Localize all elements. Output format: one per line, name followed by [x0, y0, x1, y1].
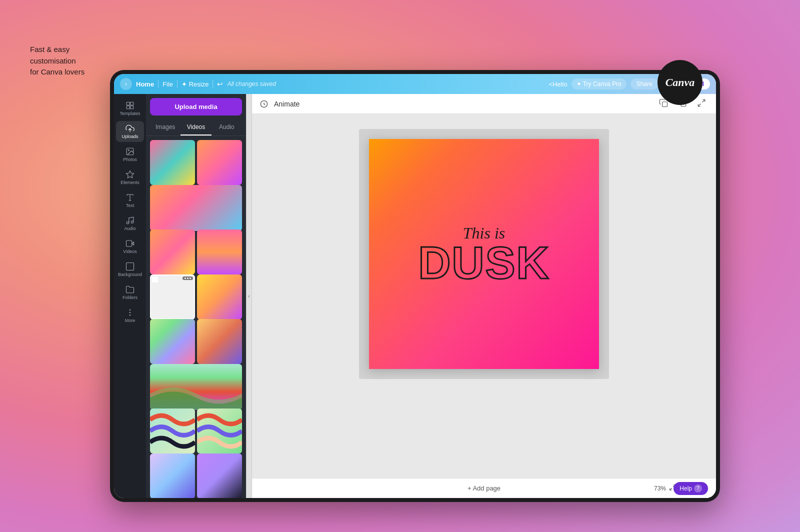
- sidebar-item-videos[interactable]: Videos: [116, 236, 144, 257]
- sidebar-label-photos: Photos: [123, 157, 137, 162]
- media-tabs: Images Videos Audio: [146, 120, 246, 136]
- media-item-selected[interactable]: [150, 274, 195, 320]
- sidebar-item-uploads[interactable]: Uploads: [116, 121, 144, 142]
- sidebar-label-background: Background: [118, 272, 142, 277]
- svg-rect-3: [130, 106, 134, 109]
- nav-file-link[interactable]: File: [162, 80, 173, 88]
- svg-point-14: [130, 312, 130, 313]
- collapse-arrow-icon: ‹: [248, 294, 250, 299]
- nav-hello-label[interactable]: <Hello: [548, 80, 567, 88]
- canvas-toolbar: Animate: [252, 94, 716, 114]
- help-button[interactable]: Help ?: [674, 482, 708, 495]
- sidebar-item-audio[interactable]: Audio: [116, 213, 144, 234]
- canvas-scroll-area[interactable]: This is DUSK: [252, 114, 716, 478]
- svg-rect-2: [126, 106, 130, 109]
- svg-line-21: [702, 100, 705, 102]
- animate-icon: [260, 100, 268, 108]
- sidebar-item-folders[interactable]: Folders: [116, 282, 144, 303]
- svg-rect-13: [126, 263, 134, 270]
- media-item[interactable]: [150, 185, 242, 231]
- canvas-container: This is DUSK: [359, 129, 609, 379]
- left-sidebar: Templates Uploads Photos Elements: [114, 94, 146, 498]
- sidebar-label-text: Text: [126, 203, 134, 208]
- nav-divider-2: [177, 80, 178, 88]
- nav-divider: [158, 80, 158, 88]
- media-grid: [146, 138, 246, 498]
- tablet-screen: ‹ Home File ✦ Resize ↩ All changes saved…: [114, 74, 716, 498]
- sidebar-item-background[interactable]: Background: [116, 259, 144, 280]
- sidebar-item-more[interactable]: More: [116, 305, 144, 326]
- main-content: Templates Uploads Photos Elements: [114, 94, 716, 498]
- svg-point-6: [128, 150, 129, 150]
- svg-rect-1: [130, 102, 134, 105]
- tab-audio[interactable]: Audio: [212, 120, 242, 136]
- svg-point-10: [131, 221, 134, 224]
- sidebar-item-text[interactable]: Text: [116, 190, 144, 211]
- tab-images[interactable]: Images: [150, 120, 180, 136]
- nav-back-button[interactable]: ‹: [120, 78, 132, 90]
- tablet-frame: ‹ Home File ✦ Resize ↩ All changes saved…: [110, 70, 720, 502]
- sidebar-label-more: More: [125, 318, 136, 323]
- svg-point-16: [130, 315, 130, 316]
- media-item[interactable]: [150, 364, 242, 410]
- zoom-value-label: 73%: [654, 485, 666, 492]
- media-item[interactable]: [150, 319, 195, 364]
- expand-icon: [697, 98, 706, 108]
- media-item[interactable]: [197, 319, 242, 364]
- media-item[interactable]: [150, 140, 195, 185]
- sidebar-item-templates[interactable]: Templates: [116, 98, 144, 119]
- nav-undo-button[interactable]: ↩: [217, 80, 223, 88]
- help-icon: ?: [694, 484, 702, 492]
- more-options[interactable]: [182, 276, 193, 280]
- svg-line-22: [698, 104, 700, 106]
- sidebar-label-elements: Elements: [120, 180, 140, 185]
- selection-indicator: [152, 276, 158, 282]
- design-canvas[interactable]: This is DUSK: [369, 139, 599, 369]
- toolbar-expand-button[interactable]: [695, 96, 708, 112]
- svg-point-15: [130, 310, 130, 310]
- canvas-area: Animate: [252, 94, 716, 498]
- sidebar-item-photos[interactable]: Photos: [116, 144, 144, 165]
- media-item[interactable]: [197, 274, 242, 320]
- upload-media-button[interactable]: Upload media: [150, 98, 242, 116]
- media-item[interactable]: [197, 140, 242, 185]
- sidebar-label-folders: Folders: [122, 295, 138, 300]
- svg-rect-18: [662, 102, 668, 106]
- media-item[interactable]: [197, 230, 242, 274]
- media-item[interactable]: [150, 230, 195, 274]
- nav-try-pro-button[interactable]: ✦ Try Canva Pro: [572, 78, 626, 90]
- canvas-bottom-bar: + Add page 73% Help ?: [252, 478, 716, 498]
- sidebar-item-elements[interactable]: Elements: [116, 167, 144, 188]
- tab-videos[interactable]: Videos: [180, 120, 211, 136]
- svg-point-9: [126, 222, 129, 224]
- media-item[interactable]: [197, 454, 242, 498]
- svg-line-24: [670, 488, 672, 490]
- nav-divider-3: [212, 80, 213, 88]
- canva-logo-circle: Canva: [658, 60, 702, 105]
- tagline: Fast & easy customisation for Canva love…: [30, 44, 84, 78]
- canvas-text-group: This is DUSK: [418, 225, 550, 284]
- sidebar-label-uploads: Uploads: [122, 134, 138, 139]
- canva-logo-text: Canva: [666, 76, 695, 89]
- panel-collapse-handle[interactable]: ‹: [246, 94, 252, 498]
- nav-resize-button[interactable]: ✦ Resize: [182, 80, 208, 88]
- top-nav: ‹ Home File ✦ Resize ↩ All changes saved…: [114, 74, 716, 94]
- media-panel: Upload media Images Videos Audio: [146, 94, 246, 498]
- nav-saved-status: All changes saved: [227, 80, 276, 88]
- sidebar-label-audio: Audio: [124, 226, 136, 231]
- design-dusk-text: DUSK: [418, 243, 550, 284]
- nav-home-link[interactable]: Home: [136, 80, 154, 88]
- svg-rect-11: [126, 240, 132, 246]
- media-item[interactable]: [150, 408, 195, 454]
- animate-label[interactable]: Animate: [274, 100, 300, 108]
- zoom-control: 73%: [654, 484, 676, 492]
- svg-rect-0: [126, 102, 130, 105]
- add-page-button[interactable]: + Add page: [462, 482, 506, 495]
- media-item[interactable]: [197, 408, 242, 454]
- sidebar-label-templates: Templates: [120, 111, 140, 116]
- nav-share-button[interactable]: Share: [630, 78, 658, 90]
- media-item[interactable]: [150, 454, 195, 498]
- sidebar-label-videos: Videos: [123, 249, 136, 254]
